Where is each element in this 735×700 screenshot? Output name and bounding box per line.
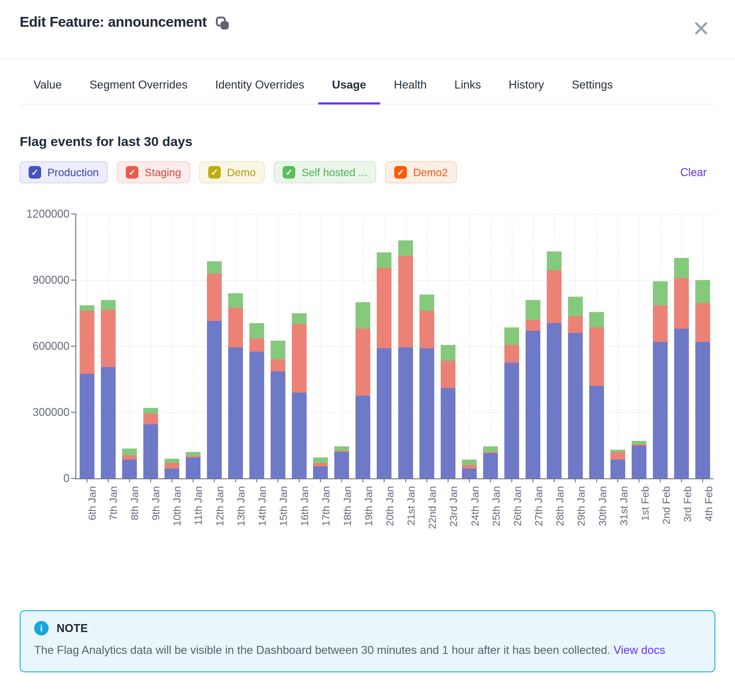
bar-segment-production[interactable] bbox=[249, 352, 264, 478]
bar-segment-production[interactable] bbox=[271, 371, 286, 478]
bar-segment-staging[interactable] bbox=[547, 270, 561, 323]
bar-segment-production[interactable] bbox=[355, 396, 370, 478]
bar-segment-self-hosted[interactable] bbox=[292, 313, 306, 324]
bar-segment-self-hosted[interactable] bbox=[165, 459, 179, 463]
stacked-bar[interactable] bbox=[80, 214, 94, 478]
bar-segment-production[interactable] bbox=[695, 342, 710, 478]
stacked-bar[interactable] bbox=[526, 214, 541, 478]
bar-segment-production[interactable] bbox=[143, 424, 158, 478]
bar-segment-staging[interactable] bbox=[80, 311, 94, 374]
stacked-bar[interactable] bbox=[568, 214, 583, 478]
bar-segment-production[interactable] bbox=[547, 323, 561, 478]
bar-segment-self-hosted[interactable] bbox=[610, 450, 625, 452]
bar-segment-self-hosted[interactable] bbox=[313, 457, 328, 463]
stacked-bar[interactable] bbox=[420, 214, 434, 478]
checkbox-checked-icon[interactable]: ✓ bbox=[208, 166, 221, 179]
bar-segment-self-hosted[interactable] bbox=[462, 460, 477, 465]
bar-segment-staging[interactable] bbox=[674, 278, 689, 329]
bar-segment-self-hosted[interactable] bbox=[441, 345, 455, 360]
bar-segment-self-hosted[interactable] bbox=[80, 305, 94, 311]
bar-segment-production[interactable] bbox=[420, 348, 434, 478]
checkbox-checked-icon[interactable]: ✓ bbox=[29, 166, 41, 179]
stacked-bar[interactable] bbox=[632, 214, 647, 478]
bar-segment-staging[interactable] bbox=[398, 256, 413, 347]
bar-segment-self-hosted[interactable] bbox=[249, 323, 264, 338]
bar-segment-self-hosted[interactable] bbox=[398, 240, 413, 256]
bar-segment-self-hosted[interactable] bbox=[271, 341, 286, 359]
bar-segment-self-hosted[interactable] bbox=[207, 261, 222, 273]
bar-segment-production[interactable] bbox=[292, 393, 306, 479]
filter-chip-production[interactable]: ✓Production bbox=[20, 162, 108, 183]
tab-health[interactable]: Health bbox=[380, 59, 441, 104]
bar-segment-production[interactable] bbox=[377, 348, 392, 478]
bar-segment-production[interactable] bbox=[228, 347, 243, 478]
bar-segment-staging[interactable] bbox=[441, 360, 455, 388]
bar-segment-self-hosted[interactable] bbox=[355, 302, 370, 329]
checkbox-checked-icon[interactable]: ✓ bbox=[126, 166, 138, 179]
bar-segment-staging[interactable] bbox=[462, 465, 477, 469]
bar-segment-staging[interactable] bbox=[526, 320, 541, 331]
bar-segment-production[interactable] bbox=[398, 347, 413, 478]
stacked-bar[interactable] bbox=[122, 214, 137, 478]
bar-segment-staging[interactable] bbox=[504, 345, 519, 362]
bar-segment-production[interactable] bbox=[674, 329, 689, 478]
bar-segment-staging[interactable] bbox=[695, 303, 710, 341]
stacked-bar[interactable] bbox=[143, 214, 158, 478]
bar-segment-production[interactable] bbox=[632, 446, 647, 479]
bar-segment-production[interactable] bbox=[334, 452, 349, 478]
bar-segment-self-hosted[interactable] bbox=[377, 252, 392, 268]
stacked-bar[interactable] bbox=[228, 214, 243, 478]
copy-icon[interactable] bbox=[215, 16, 230, 31]
bar-segment-self-hosted[interactable] bbox=[101, 300, 116, 310]
view-docs-link[interactable]: View docs bbox=[614, 644, 665, 656]
stacked-bar[interactable] bbox=[547, 214, 561, 478]
filter-chip-demo2[interactable]: ✓Demo2 bbox=[385, 162, 457, 183]
bar-segment-staging[interactable] bbox=[355, 329, 370, 396]
filter-chip-demo[interactable]: ✓Demo bbox=[199, 162, 265, 183]
tab-value[interactable]: Value bbox=[20, 59, 76, 104]
tab-history[interactable]: History bbox=[495, 59, 558, 104]
bar-segment-production[interactable] bbox=[462, 469, 477, 478]
stacked-bar[interactable] bbox=[271, 214, 286, 478]
bar-segment-staging[interactable] bbox=[122, 455, 137, 460]
bar-segment-staging[interactable] bbox=[165, 463, 179, 469]
stacked-bar[interactable] bbox=[653, 214, 668, 478]
stacked-bar[interactable] bbox=[313, 214, 328, 478]
bar-segment-self-hosted[interactable] bbox=[674, 258, 689, 278]
stacked-bar[interactable] bbox=[483, 214, 498, 478]
tab-identity-overrides[interactable]: Identity Overrides bbox=[202, 59, 318, 104]
bar-segment-self-hosted[interactable] bbox=[632, 441, 647, 444]
filter-chip-staging[interactable]: ✓Staging bbox=[117, 162, 190, 183]
bar-segment-self-hosted[interactable] bbox=[334, 446, 349, 451]
stacked-bar[interactable] bbox=[101, 214, 116, 478]
bar-segment-self-hosted[interactable] bbox=[122, 449, 137, 455]
bar-segment-self-hosted[interactable] bbox=[526, 300, 541, 320]
bar-segment-staging[interactable] bbox=[292, 324, 306, 392]
bar-segment-staging[interactable] bbox=[143, 413, 158, 425]
bar-segment-production[interactable] bbox=[504, 363, 519, 478]
bar-segment-production[interactable] bbox=[186, 457, 200, 478]
bar-segment-production[interactable] bbox=[80, 374, 94, 478]
stacked-bar[interactable] bbox=[249, 214, 264, 478]
bar-segment-self-hosted[interactable] bbox=[186, 452, 200, 456]
tab-links[interactable]: Links bbox=[441, 59, 495, 104]
stacked-bar[interactable] bbox=[398, 214, 413, 478]
bar-segment-production[interactable] bbox=[122, 460, 137, 478]
bar-segment-production[interactable] bbox=[441, 388, 455, 478]
stacked-bar[interactable] bbox=[589, 214, 604, 478]
close-icon[interactable] bbox=[693, 20, 709, 36]
bar-segment-production[interactable] bbox=[610, 460, 625, 478]
bar-segment-staging[interactable] bbox=[207, 274, 222, 321]
bar-segment-staging[interactable] bbox=[377, 268, 392, 349]
stacked-bar[interactable] bbox=[377, 214, 392, 478]
bar-segment-self-hosted[interactable] bbox=[695, 280, 710, 303]
filter-chip-self-hosted[interactable]: ✓Self hosted ... bbox=[274, 162, 376, 183]
bar-segment-staging[interactable] bbox=[313, 463, 328, 466]
bar-segment-self-hosted[interactable] bbox=[483, 446, 498, 452]
bar-segment-production[interactable] bbox=[313, 466, 328, 478]
stacked-bar[interactable] bbox=[695, 214, 710, 478]
bar-segment-self-hosted[interactable] bbox=[143, 408, 158, 413]
stacked-bar[interactable] bbox=[462, 214, 477, 478]
bar-segment-staging[interactable] bbox=[420, 311, 434, 348]
bar-segment-staging[interactable] bbox=[589, 327, 604, 386]
